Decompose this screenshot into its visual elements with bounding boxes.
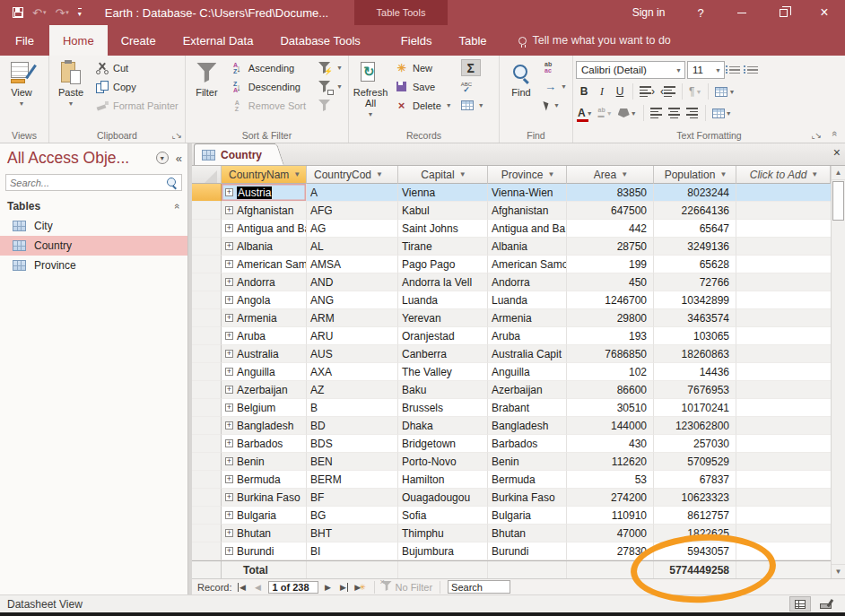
cell[interactable]: 47000: [567, 525, 654, 542]
cell[interactable]: 123062800: [654, 417, 736, 435]
record-position-box[interactable]: 1 of 238: [268, 581, 318, 594]
cell-add[interactable]: [736, 256, 831, 273]
cell[interactable]: Baku: [398, 381, 488, 399]
cell[interactable]: +Armenia: [222, 309, 307, 327]
cell[interactable]: 103065: [654, 327, 736, 345]
cell[interactable]: BG: [307, 507, 398, 525]
record-search-input[interactable]: [448, 580, 510, 594]
total-label[interactable]: Total: [222, 561, 307, 578]
refresh-all-button[interactable]: ↻ Refresh All ▼: [352, 58, 389, 120]
tab-file[interactable]: File: [0, 25, 49, 56]
record-selector[interactable]: [192, 453, 222, 471]
design-view-button[interactable]: [815, 596, 836, 612]
cell[interactable]: Aruba: [488, 327, 567, 345]
cell[interactable]: Bulgaria: [488, 507, 567, 525]
cell[interactable]: BI: [307, 542, 398, 560]
cell[interactable]: 3249136: [654, 238, 736, 256]
background-color-button[interactable]: ▼: [616, 104, 639, 122]
cell[interactable]: 7686850: [567, 345, 654, 363]
cell-add[interactable]: [736, 525, 831, 542]
cell[interactable]: Barbados: [488, 435, 567, 453]
ascending-button[interactable]: AZ↓ Ascending: [227, 58, 309, 77]
cell[interactable]: +Burkina Faso: [222, 489, 307, 507]
cell[interactable]: A: [307, 184, 398, 202]
cell-add[interactable]: [736, 202, 831, 220]
cell[interactable]: 10342899: [654, 291, 736, 309]
sign-in-button[interactable]: Sign in: [617, 0, 680, 25]
cell[interactable]: Vienna: [398, 184, 488, 202]
cell[interactable]: +Australia: [222, 345, 307, 363]
cell[interactable]: 65628: [654, 256, 736, 273]
cell[interactable]: BD: [307, 417, 398, 435]
scrollbar-thumb[interactable]: [832, 181, 844, 221]
cell[interactable]: +Bermuda: [222, 471, 307, 489]
cell[interactable]: AND: [307, 273, 398, 291]
record-selector[interactable]: [192, 471, 222, 489]
copy-button[interactable]: Copy: [91, 77, 181, 96]
expand-subdatasheet-icon[interactable]: +: [225, 314, 233, 322]
cell[interactable]: BHT: [307, 525, 398, 542]
advanced-filter-button[interactable]: ▼: [314, 77, 345, 96]
cell[interactable]: Canberra: [398, 345, 488, 363]
cell[interactable]: BF: [307, 489, 398, 507]
cell[interactable]: 1246700: [567, 291, 654, 309]
cell[interactable]: Armenia: [488, 309, 567, 327]
expand-subdatasheet-icon[interactable]: +: [225, 296, 233, 304]
cell[interactable]: +Bulgaria: [222, 507, 307, 525]
vertical-scrollbar[interactable]: ▲ ▼: [831, 166, 845, 578]
cell[interactable]: Brabant: [488, 399, 567, 417]
spelling-button[interactable]: ABC✓: [458, 77, 487, 96]
record-selector[interactable]: [192, 507, 222, 525]
cell[interactable]: ANG: [307, 291, 398, 309]
cell[interactable]: AXA: [307, 363, 398, 381]
cell[interactable]: Australia Capit: [488, 345, 567, 363]
cell[interactable]: ARU: [307, 327, 398, 345]
cell[interactable]: +Antigua and Ba: [222, 220, 307, 238]
cell-add[interactable]: [736, 507, 831, 525]
bullet-list-button[interactable]: [727, 61, 743, 79]
cell-add[interactable]: [736, 363, 831, 381]
nav-item-province[interactable]: Province: [0, 256, 187, 275]
cell-add[interactable]: [736, 399, 831, 417]
nav-pane-menu-icon[interactable]: ▼: [156, 152, 169, 164]
cell-add[interactable]: [736, 435, 831, 453]
expand-subdatasheet-icon[interactable]: +: [225, 224, 233, 232]
select-button[interactable]: ▼: [542, 96, 570, 115]
nav-group-tables[interactable]: Tables «: [0, 196, 187, 216]
expand-subdatasheet-icon[interactable]: +: [225, 260, 233, 268]
cell-add[interactable]: [736, 273, 831, 291]
cell[interactable]: BERM: [307, 471, 398, 489]
column-header-click-to-add[interactable]: Click to Add▼: [736, 166, 831, 184]
record-selector[interactable]: [192, 202, 222, 220]
nav-item-country[interactable]: Country: [0, 236, 187, 256]
cell[interactable]: 28750: [567, 238, 654, 256]
cell[interactable]: 257030: [654, 435, 736, 453]
search-icon[interactable]: [166, 177, 178, 188]
record-selector[interactable]: [192, 220, 222, 238]
expand-subdatasheet-icon[interactable]: +: [225, 493, 233, 501]
cell[interactable]: +Belgium: [222, 399, 307, 417]
first-record-button[interactable]: ◀: [236, 581, 248, 594]
redo-icon[interactable]: ↷▾: [55, 6, 68, 20]
cell[interactable]: +Austria: [222, 184, 307, 202]
cell[interactable]: Bermuda: [488, 471, 567, 489]
cell[interactable]: Yerevan: [398, 309, 488, 327]
record-selector[interactable]: [192, 327, 222, 345]
shutter-bar-collapse-icon[interactable]: «: [176, 152, 182, 165]
cell-add[interactable]: [736, 184, 831, 202]
paste-button[interactable]: Paste ▼: [52, 58, 90, 109]
cell[interactable]: Vienna-Wien: [488, 184, 567, 202]
expand-subdatasheet-icon[interactable]: +: [225, 350, 233, 358]
cell[interactable]: Benin: [488, 453, 567, 471]
cell[interactable]: Bangladesh: [488, 417, 567, 435]
cell[interactable]: Bridgetown: [398, 435, 488, 453]
column-dropdown-icon[interactable]: ▼: [376, 170, 383, 178]
new-record-button[interactable]: ✳ New: [391, 58, 455, 77]
cell-add[interactable]: [736, 471, 831, 489]
cell[interactable]: 3463574: [654, 309, 736, 327]
close-document-icon[interactable]: ×: [833, 146, 841, 159]
descending-button[interactable]: ZA↓ Descending: [227, 77, 309, 96]
replace-button[interactable]: abac: [542, 58, 570, 77]
format-painter-button[interactable]: Format Painter: [91, 96, 181, 115]
record-selector[interactable]: [192, 435, 222, 453]
